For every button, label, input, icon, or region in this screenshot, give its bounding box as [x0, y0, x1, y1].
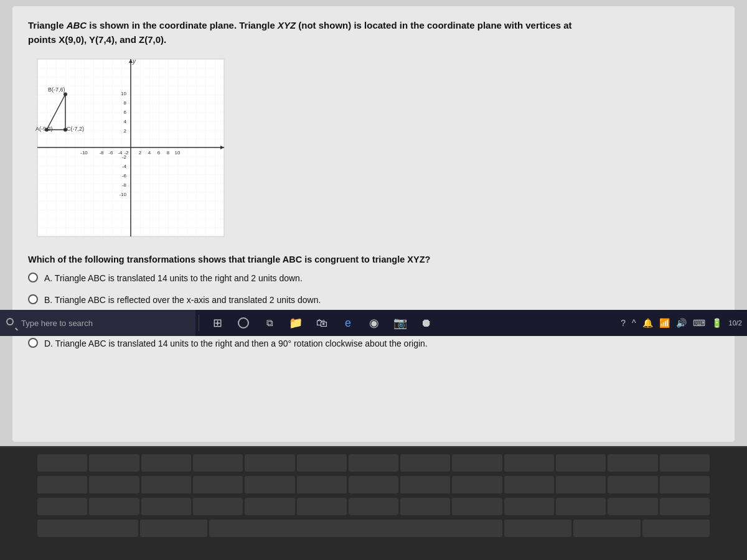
system-tray: ? ^ 🔔 📶 🔊 ⌨ 🔋 10/2	[619, 318, 747, 328]
option-a-text: A. Triangle ABC is translated 14 units t…	[44, 272, 303, 285]
svg-text:-10: -10	[80, 150, 88, 156]
cortana-icon	[238, 317, 249, 329]
svg-text:6: 6	[157, 150, 161, 156]
svg-text:8: 8	[167, 150, 170, 156]
search-icon	[6, 318, 16, 328]
wifi-tray-icon[interactable]: 📶	[657, 318, 672, 328]
start-button[interactable]: ⊞	[206, 312, 228, 334]
radio-a[interactable]	[28, 273, 38, 282]
content-area: Triangle ABC is shown in the coordinate …	[12, 6, 735, 442]
svg-text:4: 4	[124, 119, 127, 124]
taskbar: Type here to search ⊞ ⧉ 📁 🛍	[0, 310, 747, 336]
record-button[interactable]: ⏺	[415, 312, 438, 334]
start-icon: ⊞	[213, 316, 222, 330]
chevron-tray-icon[interactable]: ^	[630, 318, 638, 328]
question-tray-icon[interactable]: ?	[619, 318, 627, 328]
edge-button[interactable]: e	[337, 312, 359, 334]
keyboard-tray-icon[interactable]: ⌨	[691, 318, 707, 328]
keyboard-area	[0, 448, 747, 560]
option-a[interactable]: A. Triangle ABC is translated 14 units t…	[28, 272, 719, 285]
svg-text:8: 8	[124, 100, 127, 106]
search-input-placeholder: Type here to search	[21, 319, 93, 328]
svg-text:-4: -4	[122, 164, 127, 169]
edge-icon: e	[345, 317, 351, 330]
alert-tray-icon[interactable]: 🔔	[641, 318, 655, 328]
svg-text:-6: -6	[108, 150, 113, 156]
battery-tray-icon[interactable]: 🔋	[710, 318, 724, 328]
chrome-icon: ◉	[369, 316, 379, 330]
chrome-button[interactable]: ◉	[363, 312, 385, 334]
svg-text:4: 4	[148, 150, 151, 156]
option-d-text: D. Triangle ABC is translated 14 units t…	[44, 337, 428, 350]
svg-text:-2: -2	[122, 154, 127, 160]
svg-text:-8: -8	[122, 182, 127, 188]
screen: Triangle ABC is shown in the coordinate …	[0, 0, 747, 448]
taskview-button[interactable]: ⧉	[258, 312, 281, 334]
question-header: Triangle ABC is shown in the coordinate …	[28, 19, 719, 47]
svg-text:-6: -6	[122, 173, 127, 179]
svg-text:B(-7,6): B(-7,6)	[48, 86, 65, 93]
svg-text:10: 10	[175, 150, 181, 156]
svg-text:6: 6	[124, 110, 127, 115]
record-icon: ⏺	[421, 317, 432, 330]
coordinate-graph: y -8 -6 -4 -2 2 4 6 8 10 -10 8 6 4 2	[28, 56, 233, 243]
svg-text:C(-7,2): C(-7,2)	[67, 126, 84, 132]
taskbar-app-icons: ⊞ ⧉ 📁 🛍 e ◉	[202, 312, 441, 334]
folder-button[interactable]: 📁	[284, 312, 307, 334]
search-bar[interactable]: Type here to search	[0, 310, 195, 336]
svg-text:y: y	[132, 58, 136, 65]
svg-text:10: 10	[121, 91, 126, 96]
svg-text:-10: -10	[119, 192, 126, 197]
svg-text:2: 2	[124, 128, 127, 134]
svg-point-29	[63, 93, 67, 96]
option-b[interactable]: B. Triangle ABC is reflected over the x-…	[28, 294, 719, 307]
store-icon: 🛍	[316, 317, 327, 330]
photo-button[interactable]: 📷	[389, 312, 411, 334]
question-subtext: Which of the following transformations s…	[28, 254, 719, 264]
option-d[interactable]: D. Triangle ABC is translated 14 units t…	[28, 337, 719, 350]
svg-text:-8: -8	[99, 150, 104, 156]
photo-icon: 📷	[393, 316, 407, 330]
radio-b[interactable]	[28, 294, 38, 304]
svg-text:A(-9,2): A(-9,2)	[35, 126, 53, 132]
option-b-text: B. Triangle ABC is reflected over the x-…	[44, 294, 321, 307]
taskbar-divider	[199, 315, 199, 330]
taskview-icon: ⧉	[266, 317, 273, 329]
svg-text:2: 2	[139, 150, 142, 156]
folder-icon: 📁	[289, 316, 303, 330]
tray-time: 10/2	[729, 319, 742, 327]
store-button[interactable]: 🛍	[311, 312, 333, 334]
radio-d[interactable]	[28, 338, 38, 348]
cortana-button[interactable]	[232, 312, 255, 334]
sound-tray-icon[interactable]: 🔊	[674, 318, 688, 328]
